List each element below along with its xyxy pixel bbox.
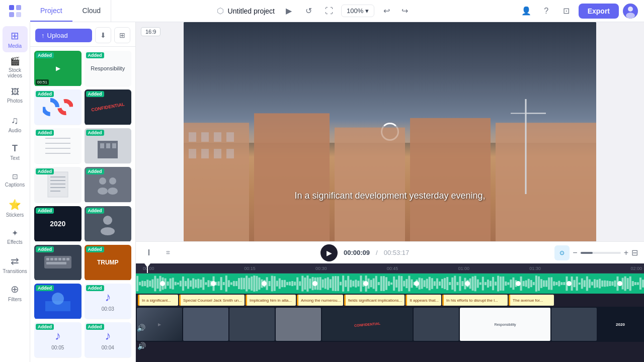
help-button[interactable]: ? [538,3,554,19]
svg-rect-1 [16,5,21,10]
svg-rect-48 [189,149,196,158]
fullscreen-button[interactable]: ⛶ [321,3,337,19]
media-item[interactable]: Added image_3_16909999... [34,245,82,281]
video-strip-item[interactable] [183,308,228,341]
media-item[interactable]: Added image_24_16909999... [85,128,132,164]
caption-chip[interactable]: Special Counsel Jack Smith un... [179,295,245,306]
sidebar-item-stock[interactable]: 🎬 Stock videos [3,54,28,80]
chart-icon [43,97,73,117]
zoom-out-button[interactable]: − [573,248,577,257]
audio-waveform-track[interactable]: /* waveform rendered below */ [136,274,644,294]
zoom-selector[interactable]: 100% ▾ [341,5,374,17]
media-item[interactable]: Added ♪ 00:05 audio_16_16909999... [34,322,82,358]
timeline-right-controls: ⊙ − + ⊟ [554,245,638,260]
grid-view-button[interactable]: ⊞ [114,27,130,43]
sidebar-item-effects[interactable]: ✦ Effects [3,223,28,249]
added-badge: Added [36,285,54,291]
sidebar-item-captions[interactable]: ⊡ Captions [3,167,28,193]
media-item[interactable]: Added Responsibility image_11_16909999..… [85,51,132,86]
sidebar-item-media[interactable]: ⊞ Media [3,26,28,52]
volume-icon[interactable]: 🔊 [137,324,145,332]
upload-label: Upload [47,32,68,39]
play-preview-button[interactable]: ▶ [281,3,297,19]
undo-button[interactable]: ↩ [378,3,394,19]
current-time-display: 00:00:09 [344,249,370,256]
caption-chip[interactable]: It appears that... [406,295,441,306]
media-item[interactable]: Added image_2_16909999... [34,89,82,125]
sidebar-item-audio[interactable]: ♫ Audio [3,111,28,137]
sidebar-item-stickers[interactable]: ⭐ Stickers [3,195,28,221]
redo-button[interactable]: ↪ [396,3,413,19]
media-item[interactable]: Added ♪ 00:03 audio_20_16909999... [85,284,132,319]
timeline-play-button[interactable]: ▶ [320,244,338,261]
waveform-canvas [136,274,644,294]
added-badge: Added [36,130,54,136]
video-strip-2020[interactable]: 2020 [598,308,643,341]
project-title[interactable]: Untitled project [228,7,275,15]
sidebar-stock-label: Stock videos [5,67,26,78]
sidebar-item-filters[interactable]: ⊕ Filters [3,280,28,306]
media-item[interactable]: Added ▶ 00:51 My First Video.mp4 [34,51,82,86]
video-strip-resp[interactable]: Responsibility [460,308,550,341]
caption-chip[interactable]: The avenue for... [509,295,554,306]
svg-point-28 [101,227,115,235]
export-button[interactable]: Export [579,4,619,19]
added-badge: Added [86,130,104,136]
timeline-split-tool[interactable]: ⌗ [161,248,175,257]
video-strip-item[interactable] [276,308,321,341]
media-item[interactable]: Added CONFIDENTIAL image_21_16909999... [85,89,132,125]
added-badge: Added [86,208,104,214]
media-item[interactable]: Added image_8_16909999... [34,167,82,203]
caption-sync-icon: ⊙ [559,249,565,256]
video-strip-item[interactable] [551,308,597,341]
share-button[interactable]: 👤 [518,3,534,19]
caption-chip[interactable]: Implicating him in atta... [246,295,296,306]
ruler-mark: 00:15 [214,266,286,271]
video-strip-item[interactable] [414,308,459,341]
sidebar-item-text[interactable]: T Text [3,139,28,165]
media-item[interactable]: Added ♪ 00:04 audio_4_16909999... [85,322,132,358]
media-filename: image_3_16909999... [34,280,82,281]
caption-chip[interactable]: fields significant implications... [344,295,405,306]
tab-cloud[interactable]: Cloud [72,0,111,22]
svg-rect-32 [54,258,57,260]
video-strip-item[interactable] [229,308,275,341]
video-strip-confidential[interactable]: CONFIDENTIAL [322,308,413,341]
topbar-center: ⬡ Untitled project ▶ ↺ ⛶ 100% ▾ ↩ ↪ [111,3,518,19]
media-item[interactable]: Added image_13_16909999... [85,167,132,203]
caption-chip[interactable]: Among the numerou... [297,295,343,306]
media-item[interactable]: Added TRUMP image_22_16909999... [85,245,132,281]
svg-rect-14 [100,143,104,148]
media-item[interactable]: Added image_10_16909999... [34,284,82,319]
total-time-display: 00:53:17 [384,249,410,256]
media-item[interactable]: Added image_17_16909999... [85,206,132,242]
download-button[interactable]: ⬇ [95,27,111,43]
mute-control[interactable]: 🔊 [136,342,146,350]
caption-chip[interactable]: In his efforts to disrupt the l... [442,295,508,306]
aspect-ratio-badge[interactable]: 16:9 [141,27,160,36]
svg-rect-33 [58,258,61,260]
zoom-in-button[interactable]: + [624,248,628,257]
zoom-slider[interactable] [581,252,621,254]
media-item[interactable]: Added 2020 image_0_16909999... [34,206,82,242]
refresh-button[interactable]: ↺ [301,3,317,19]
upload-button[interactable]: ↑ Upload [35,29,92,42]
duration-badge: 00:51 [36,79,49,85]
avatar[interactable] [623,4,638,19]
settings-button[interactable]: ⊡ [558,3,575,19]
svg-rect-45 [201,132,209,142]
tab-project[interactable]: Project [30,0,72,22]
sidebar-photos-label: Photos [7,98,23,104]
sidebar-item-photos[interactable]: 🖼 Photos [3,82,28,109]
sidebar-item-transitions[interactable]: ⇄ Transitions [3,251,28,278]
caption-sync-button[interactable]: ⊙ [554,245,570,260]
video-strip-track[interactable]: ▶ CONFIDENTIAL Responsibility 2020 [136,307,644,342]
audio-note-icon: ♪ [55,329,61,343]
timeline-cursor-tool[interactable]: I [142,248,156,257]
svg-rect-42 [410,118,491,241]
media-filename: image_23_16909999... [34,163,82,164]
media-item[interactable]: Added image_23_16909999... [34,128,82,164]
fit-view-button[interactable]: ⊟ [631,248,638,257]
zoom-value: 100% [347,7,363,15]
media-icon: ⊞ [11,30,19,42]
